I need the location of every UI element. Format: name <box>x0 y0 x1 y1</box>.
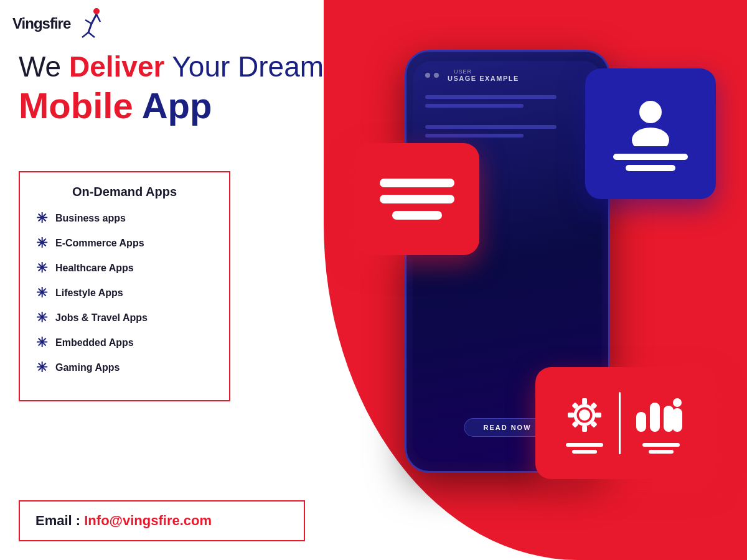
svg-line-4 <box>82 32 88 37</box>
analytics-icon-lines <box>642 443 680 454</box>
list-item: ✳ Lifestyle Apps <box>35 285 214 301</box>
svg-point-9 <box>579 409 590 421</box>
hamburger-card <box>355 143 479 255</box>
header: Vingsfire <box>12 6 104 40</box>
analytics-line-1 <box>642 443 680 447</box>
phone-content-line <box>425 125 557 129</box>
phone-top-bar: USER USAGE EXAMPLE <box>413 61 602 86</box>
list-item: ✳ Gaming Apps <box>35 360 214 376</box>
headline-your-dream: Your Dream <box>164 50 324 83</box>
analytics-container <box>633 393 689 454</box>
logo-text: Vingsfire <box>12 15 70 32</box>
phone-dot-1 <box>425 73 430 78</box>
bullet-icon: ✳ <box>35 335 48 351</box>
gear-line-1 <box>566 443 603 447</box>
card-divider <box>619 392 621 454</box>
svg-rect-19 <box>650 403 660 432</box>
gear-icon-lines <box>566 443 603 454</box>
headline-app: App <box>142 85 212 126</box>
app-item-label: Lifestyle Apps <box>55 287 123 299</box>
svg-line-6 <box>96 14 100 22</box>
gear-icon <box>563 393 606 437</box>
svg-rect-20 <box>664 406 674 432</box>
app-item-label: Business apps <box>55 213 126 224</box>
svg-rect-12 <box>568 413 574 418</box>
hamburger-line-2 <box>380 195 454 203</box>
headline-we: We <box>19 50 69 83</box>
email-text: Email : Info@vingsfire.com <box>35 513 288 529</box>
svg-rect-10 <box>582 398 587 404</box>
email-label: Email : <box>35 513 84 528</box>
list-item: ✳ Jobs & Travel Apps <box>35 310 214 326</box>
user-line-2 <box>626 165 675 171</box>
phone-container: USER USAGE EXAMPLE READ NOW <box>355 31 716 529</box>
svg-rect-18 <box>636 412 646 432</box>
user-icon <box>626 96 675 146</box>
phone-usage-label: USAGE EXAMPLE <box>448 75 519 82</box>
user-line-1 <box>613 154 688 160</box>
gear-container <box>563 393 606 454</box>
app-item-label: E-Commerce Apps <box>55 238 144 249</box>
email-box: Email : Info@vingsfire.com <box>19 500 305 541</box>
headline-line2: Mobile App <box>19 84 324 128</box>
svg-point-21 <box>673 398 682 407</box>
list-item: ✳ Embedded Apps <box>35 335 214 351</box>
phone-dot-2 <box>434 73 439 78</box>
bullet-icon: ✳ <box>35 310 48 326</box>
phone-content-line <box>425 134 524 138</box>
main-headline: We Deliver Your Dream Mobile App <box>19 50 324 128</box>
svg-rect-22 <box>672 408 682 432</box>
bullet-icon: ✳ <box>35 360 48 376</box>
svg-rect-13 <box>595 413 601 418</box>
email-address: Info@vingsfire.com <box>84 513 212 528</box>
logo-runner-icon <box>73 6 104 40</box>
phone-user-label: USER <box>454 68 519 75</box>
app-item-label: Jobs & Travel Apps <box>55 312 148 324</box>
svg-line-2 <box>85 20 92 24</box>
svg-point-7 <box>639 101 662 123</box>
logo-container: Vingsfire <box>12 6 104 40</box>
list-item: ✳ E-Commerce Apps <box>35 235 214 251</box>
bullet-icon: ✳ <box>35 210 48 226</box>
bullet-icon: ✳ <box>35 260 48 276</box>
svg-line-5 <box>88 32 95 37</box>
settings-analytics-card <box>535 367 716 479</box>
gear-line-2 <box>572 450 597 454</box>
phone-content-line <box>425 104 524 108</box>
bullet-icon: ✳ <box>35 235 48 251</box>
user-info-lines <box>613 154 688 171</box>
analytics-icon <box>633 393 689 437</box>
hamburger-line-1 <box>380 179 454 187</box>
app-item-label: Healthcare Apps <box>55 263 134 274</box>
user-profile-card <box>585 68 716 199</box>
app-list-title: On-Demand Apps <box>35 185 214 199</box>
headline-line1: We Deliver Your Dream <box>19 50 324 84</box>
list-item: ✳ Healthcare Apps <box>35 260 214 276</box>
app-list-box: On-Demand Apps ✳ Business apps ✳ E-Comme… <box>19 171 230 401</box>
svg-line-1 <box>92 14 96 24</box>
svg-rect-11 <box>582 426 587 432</box>
svg-point-0 <box>93 8 100 14</box>
list-item: ✳ Business apps <box>35 210 214 226</box>
hamburger-line-3 <box>392 211 442 220</box>
app-item-label: Embedded Apps <box>55 337 134 348</box>
svg-point-8 <box>632 128 669 146</box>
svg-line-3 <box>88 24 92 32</box>
headline-deliver: Deliver <box>69 50 164 83</box>
phone-content-line <box>425 95 557 99</box>
bullet-icon: ✳ <box>35 285 48 301</box>
analytics-line-2 <box>649 450 674 454</box>
headline-mobile: Mobile <box>19 85 142 126</box>
app-item-label: Gaming Apps <box>55 362 120 373</box>
